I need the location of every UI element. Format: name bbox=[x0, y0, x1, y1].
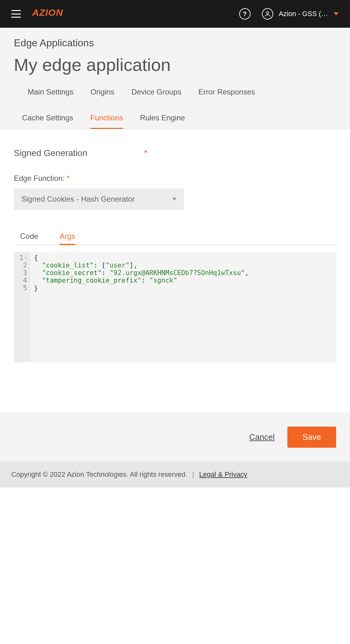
account-label: Azion - GSS (… bbox=[279, 10, 328, 18]
page-head: Edge Applications My edge application Ma… bbox=[0, 28, 350, 129]
subtab-args[interactable]: Args bbox=[59, 229, 75, 245]
chevron-down-icon bbox=[334, 12, 339, 15]
editor-gutter: 1▾ 2 3 4 5 bbox=[14, 252, 30, 362]
header-right: ? Azion - GSS (… bbox=[239, 8, 339, 20]
account-menu[interactable]: Azion - GSS (… bbox=[262, 8, 339, 20]
svg-point-1 bbox=[266, 12, 268, 14]
hamburger-menu-icon[interactable] bbox=[11, 10, 21, 18]
azion-logo: AZION bbox=[32, 7, 73, 20]
tab-origins[interactable]: Origins bbox=[90, 86, 114, 102]
tab-error-responses[interactable]: Error Responses bbox=[198, 86, 255, 102]
editor-code[interactable]: { "cookie_list": ["user"], "cookie_secre… bbox=[30, 252, 336, 362]
header-left: AZION bbox=[11, 7, 73, 20]
footer-legal-link[interactable]: Legal & Privacy bbox=[199, 470, 247, 478]
subtabs: Code Args bbox=[14, 229, 336, 245]
subtab-code[interactable]: Code bbox=[20, 229, 38, 245]
save-button[interactable]: Save bbox=[287, 427, 336, 448]
svg-text:AZION: AZION bbox=[32, 7, 63, 18]
tab-cache-settings[interactable]: Cache Settings bbox=[22, 112, 73, 129]
edge-function-label: Edge Function: * bbox=[14, 174, 336, 183]
tab-functions[interactable]: Functions bbox=[90, 112, 123, 129]
app-header: AZION ? Azion - GSS (… bbox=[0, 0, 350, 28]
tab-rules-engine[interactable]: Rules Engine bbox=[140, 112, 185, 129]
page-title: My edge application bbox=[14, 55, 336, 75]
breadcrumb[interactable]: Edge Applications bbox=[14, 37, 336, 49]
required-marker: * bbox=[144, 148, 148, 158]
tab-main-settings[interactable]: Main Settings bbox=[28, 86, 73, 102]
help-icon[interactable]: ? bbox=[239, 8, 251, 20]
edge-function-selected: Signed Cookies - Hash Generator bbox=[21, 195, 135, 204]
user-avatar-icon bbox=[262, 8, 273, 20]
footer: Copyright © 2022 Azion Technologies. All… bbox=[0, 462, 350, 487]
content: Signed Generation * Edge Function: * Sig… bbox=[0, 129, 350, 375]
chevron-down-icon bbox=[172, 198, 176, 200]
required-marker: * bbox=[67, 174, 70, 182]
footer-copyright: Copyright © 2022 Azion Technologies. All… bbox=[11, 470, 187, 478]
instance-name-row: Signed Generation * bbox=[14, 148, 336, 158]
edge-function-select[interactable]: Signed Cookies - Hash Generator bbox=[14, 188, 184, 210]
args-editor[interactable]: 1▾ 2 3 4 5 { "cookie_list": ["user"], "c… bbox=[14, 252, 336, 362]
tabs-row2: Cache Settings Functions Rules Engine bbox=[14, 102, 336, 129]
footer-separator: | bbox=[192, 470, 194, 478]
action-bar: Cancel Save bbox=[0, 413, 350, 462]
tabs-row1: Main Settings Origins Device Groups Erro… bbox=[14, 86, 336, 102]
instance-name-value: Signed Generation bbox=[14, 148, 88, 158]
cancel-button[interactable]: Cancel bbox=[249, 432, 275, 442]
tab-device-groups[interactable]: Device Groups bbox=[131, 86, 181, 102]
